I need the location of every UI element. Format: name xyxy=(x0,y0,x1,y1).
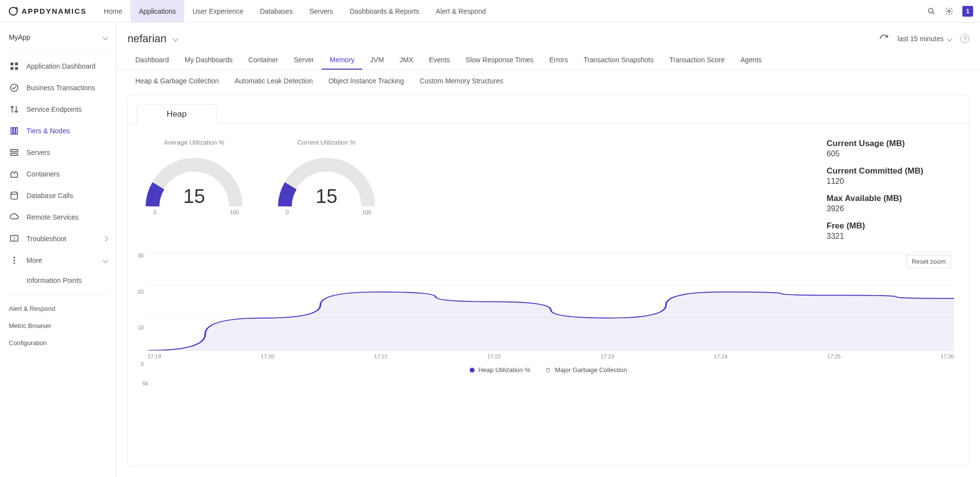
sidebar-icon xyxy=(9,212,20,223)
sidebar-item-servers[interactable]: Servers xyxy=(7,142,109,163)
tab-server[interactable]: Server xyxy=(286,51,322,70)
chevron-icon xyxy=(102,257,108,263)
sidebar-icon xyxy=(9,147,20,158)
sidebar-item-more[interactable]: More xyxy=(7,250,109,271)
subtab-heap-garbage-collection[interactable]: Heap & Garbage Collection xyxy=(127,70,226,92)
sidebar-item-remote-services[interactable]: Remote Services xyxy=(7,206,109,228)
user-avatar-badge[interactable]: 1 xyxy=(962,6,973,17)
svg-rect-10 xyxy=(16,127,17,134)
sidebar-item-application-dashboard[interactable]: Application Dashboard xyxy=(7,55,109,77)
svg-point-19 xyxy=(13,262,15,264)
x-tick: 17:25 xyxy=(827,353,841,359)
page-title-chevron-icon[interactable] xyxy=(173,36,178,41)
legend-label: Major Garbage Collection xyxy=(555,366,627,374)
subtab-custom-memory-structures[interactable]: Custom Memory Structures xyxy=(412,70,511,92)
sidebar-icon xyxy=(9,190,20,201)
tab-transaction-snapshots[interactable]: Transaction Snapshots xyxy=(576,51,662,70)
chevron-down-icon xyxy=(947,36,952,41)
svg-rect-4 xyxy=(15,63,18,66)
svg-point-16 xyxy=(14,240,15,240)
tab-slow-response-times[interactable]: Slow Response Times xyxy=(458,51,542,70)
page-title: nefarian xyxy=(127,32,177,45)
heap-tab-label: Heap xyxy=(167,109,187,119)
gauge-cur-value: 15 xyxy=(275,185,378,207)
sidebar-item-label: Servers xyxy=(26,149,107,156)
sidebar-item-information-points[interactable]: Information Points xyxy=(7,271,109,290)
sidebar-link-configuration[interactable]: Configuration xyxy=(7,334,109,351)
sidebar-item-database-calls[interactable]: Database Calls xyxy=(7,185,109,206)
tab-events[interactable]: Events xyxy=(421,51,458,70)
svg-point-2 xyxy=(948,10,951,12)
topnav-item-servers[interactable]: Servers xyxy=(301,0,341,22)
sidebar-icon xyxy=(9,255,20,266)
sidebar-icon xyxy=(9,233,20,244)
y-tick: 20 xyxy=(132,289,144,295)
tab-my-dashboards[interactable]: My Dashboards xyxy=(177,51,241,70)
sidebar-item-containers[interactable]: Containers xyxy=(7,163,109,185)
svg-rect-11 xyxy=(11,150,18,151)
sidebar-item-label: Service Endpoints xyxy=(26,105,107,113)
topnav-item-applications[interactable]: Applications xyxy=(130,0,184,22)
help-icon[interactable]: ? xyxy=(960,34,969,43)
sidebar-item-label: Business Transactions xyxy=(26,84,107,92)
sidebar-item-label: Database Calls xyxy=(26,192,107,200)
heap-tab[interactable]: Heap xyxy=(137,104,217,124)
sidebar-item-business-transactions[interactable]: Business Transactions xyxy=(7,77,109,99)
topnav-item-alert-respond[interactable]: Alert & Respond xyxy=(427,0,494,22)
tab-jmx[interactable]: JMX xyxy=(392,51,421,70)
time-range-label: last 15 minutes xyxy=(898,35,944,43)
topnav-item-user-experience[interactable]: User Experience xyxy=(184,0,252,22)
tab-memory[interactable]: Memory xyxy=(322,51,362,70)
subtab-automatic-leak-detection[interactable]: Automatic Leak Detection xyxy=(226,70,321,92)
gauge-cur: 15 0 100 xyxy=(275,155,378,211)
sidebar-link-alert-respond[interactable]: Alert & Respond xyxy=(7,300,109,317)
sidebar-icon xyxy=(9,169,20,179)
gauge-cur-title: Current Utilization % xyxy=(298,139,356,146)
tab-container[interactable]: Container xyxy=(241,51,286,70)
sidebar-item-troubleshoot[interactable]: Troubleshoot xyxy=(7,228,109,250)
tab-jvm[interactable]: JVM xyxy=(362,51,392,70)
legend-heap-util[interactable]: Heap Utilization % xyxy=(470,366,530,374)
refresh-icon[interactable] xyxy=(879,34,889,44)
stat-value: 1120 xyxy=(827,177,954,186)
search-icon[interactable] xyxy=(927,7,936,16)
time-range-selector[interactable]: last 15 minutes xyxy=(898,35,952,43)
subtab-object-instance-tracking[interactable]: Object Instance Tracking xyxy=(321,70,412,92)
tab-agents[interactable]: Agents xyxy=(732,51,770,70)
page-title-text: nefarian xyxy=(127,32,167,45)
gauge-cur-max: 100 xyxy=(362,209,371,215)
tab-dashboard[interactable]: Dashboard xyxy=(127,51,177,70)
svg-line-1 xyxy=(932,12,934,14)
x-tick: 17:22 xyxy=(487,353,501,359)
tab-transaction-score[interactable]: Transaction Score xyxy=(661,51,732,70)
sidebar-item-tiers-nodes[interactable]: Tiers & Nodes xyxy=(7,120,109,142)
legend-major-gc[interactable]: Major Garbage Collection xyxy=(545,366,627,374)
sidebar-item-label: Remote Services xyxy=(26,213,107,221)
heap-chart: Reset zoom xyxy=(148,252,954,351)
sidebar-link-metric-browser[interactable]: Metric Browser xyxy=(7,317,109,334)
svg-point-18 xyxy=(13,259,15,261)
gauge-cur-min: 0 xyxy=(286,209,289,215)
stat-value: 3926 xyxy=(827,204,954,213)
gauge-avg: 15 0 100 xyxy=(143,155,246,211)
sidebar-item-label: Information Points xyxy=(26,276,107,284)
gauge-avg-min: 0 xyxy=(153,209,156,215)
chevron-down-icon xyxy=(102,34,108,40)
sidebar-item-service-endpoints[interactable]: Service Endpoints xyxy=(7,99,109,120)
brand-logo: APPDYNAMICS xyxy=(0,7,96,16)
app-selector[interactable]: MyApp xyxy=(7,31,109,50)
sidebar-item-label: More xyxy=(26,256,97,264)
topnav-item-home[interactable]: Home xyxy=(96,0,130,22)
gear-icon[interactable] xyxy=(945,7,954,16)
reset-zoom-button[interactable]: Reset zoom xyxy=(906,255,951,268)
brand-text: APPDYNAMICS xyxy=(22,7,87,15)
topnav-item-databases[interactable]: Databases xyxy=(251,0,301,22)
gauge-avg-title: Average Utilization % xyxy=(164,139,224,146)
tab-errors[interactable]: Errors xyxy=(541,51,576,70)
stat-label: Free (MB) xyxy=(827,221,954,231)
svg-rect-8 xyxy=(11,127,12,134)
sidebar-item-label: Containers xyxy=(26,170,107,178)
x-tick: 17:24 xyxy=(714,353,728,359)
topnav-item-dashboards-reports[interactable]: Dashboards & Reports xyxy=(341,0,427,22)
svg-rect-6 xyxy=(15,67,18,70)
